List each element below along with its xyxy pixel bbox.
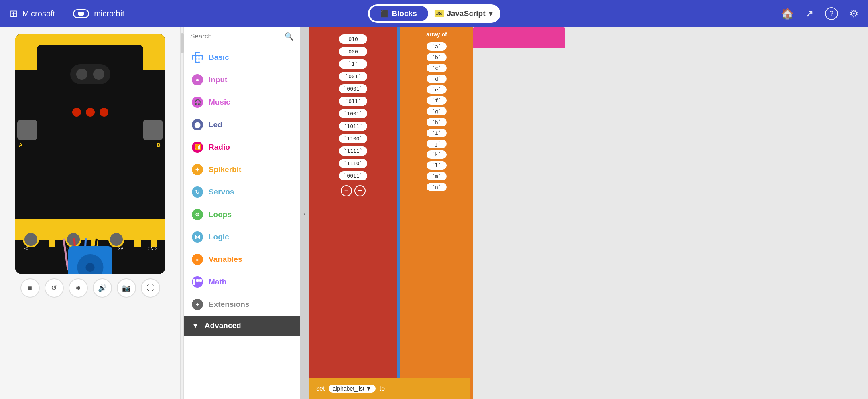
dropdown-icon: ▾ xyxy=(489,9,492,18)
binary-block-3: `001` xyxy=(339,72,367,81)
help-icon[interactable]: ? xyxy=(825,7,838,20)
logic-icon: ⋈ xyxy=(192,231,203,243)
basic-icon xyxy=(192,52,203,63)
array-item-h: `h` xyxy=(427,118,447,126)
array-item-a: `a` xyxy=(427,42,447,51)
led-face xyxy=(70,64,110,84)
simulator-panel: A B ~0 0 1 xyxy=(0,27,181,399)
block-item-loops[interactable]: ↺ Loops xyxy=(184,203,300,226)
connector-bar xyxy=(15,219,165,240)
array-item-c: `c` xyxy=(427,64,447,72)
binary-block-1: 000 xyxy=(339,47,367,56)
binary-block-7: `1011` xyxy=(339,122,367,131)
binary-block-4: `0001` xyxy=(339,84,367,93)
share-icon[interactable]: ↗ xyxy=(805,8,814,20)
blocks-tab[interactable]: ⬛ Blocks xyxy=(369,6,428,21)
alphabet-list-var[interactable]: alphabet_list ▼ xyxy=(329,385,375,393)
cables-area xyxy=(47,238,133,274)
block-item-basic[interactable]: Basic xyxy=(184,46,300,69)
spikerbit-label: Spikerbit xyxy=(209,165,241,174)
pin-0[interactable] xyxy=(23,231,39,247)
blocks-icon: ⬛ xyxy=(380,10,388,18)
input-label: Input xyxy=(209,75,227,84)
array-item-k: `k` xyxy=(427,150,447,159)
header-divider xyxy=(64,7,64,20)
block-item-led[interactable]: ⬤ Led xyxy=(184,113,300,136)
microsoft-label: Microsoft xyxy=(22,9,55,18)
main-layout: A B ~0 0 1 xyxy=(0,27,868,399)
block-panel: 🔍 Basic ● Input 🎧 xyxy=(184,27,300,399)
button-b[interactable] xyxy=(143,120,163,140)
restart-button[interactable]: ↺ xyxy=(45,278,64,298)
blocks-label: Blocks xyxy=(392,9,417,18)
button-a[interactable] xyxy=(17,120,37,140)
led-label: Led xyxy=(209,120,222,129)
mode-switcher: ⬛ Blocks JS JavaScript ▾ xyxy=(368,4,500,23)
screenshot-button[interactable]: 📷 xyxy=(117,278,136,298)
led-icon: ⬤ xyxy=(192,119,203,130)
array-label: array of xyxy=(405,31,469,38)
pin-label-gnd: GND xyxy=(148,247,157,251)
header-left: ⊞ Microsoft micro:bit xyxy=(10,7,124,20)
collapse-handle[interactable]: ‹ xyxy=(300,27,309,399)
block-item-math[interactable]: Math xyxy=(184,271,300,293)
minus-button[interactable]: − xyxy=(341,185,352,196)
javascript-tab[interactable]: JS JavaScript ▾ xyxy=(428,6,499,21)
math-icon xyxy=(192,276,203,288)
radio-icon: 📶 xyxy=(192,142,203,153)
advanced-label: Advanced xyxy=(205,321,241,330)
math-label: Math xyxy=(209,277,226,286)
music-label: Music xyxy=(209,98,230,107)
stop-button[interactable]: ■ xyxy=(20,278,40,298)
blue-separator xyxy=(397,27,400,399)
variables-label: Variables xyxy=(209,255,242,264)
block-item-music[interactable]: 🎧 Music xyxy=(184,91,300,113)
search-icon: 🔍 xyxy=(285,32,293,41)
block-item-radio[interactable]: 📶 Radio xyxy=(184,136,300,158)
array-items-list: `a` `b` `c` `d` `e` `f` `g` `h` `i` `j` … xyxy=(405,41,469,192)
sound-button[interactable]: 🔊 xyxy=(93,278,112,298)
binary-block-2: `1` xyxy=(339,59,367,69)
servos-icon: ↻ xyxy=(192,186,203,198)
debug-button[interactable]: ✱ xyxy=(69,278,88,298)
plus-minus-controls: − + xyxy=(313,185,393,196)
block-item-variables[interactable]: ≡ Variables xyxy=(184,248,300,271)
panel-scroll-bar[interactable] xyxy=(181,27,184,399)
array-item-j: `j` xyxy=(427,140,447,148)
pin-small-3v xyxy=(134,238,141,247)
loops-label: Loops xyxy=(209,210,232,219)
pink-block xyxy=(473,27,565,48)
input-icon: ● xyxy=(192,74,203,85)
simulator-toolbar: ■ ↺ ✱ 🔊 📷 ⛶ xyxy=(20,278,160,298)
led-dots-row xyxy=(72,108,108,117)
block-item-advanced[interactable]: ▼ Advanced xyxy=(184,316,300,336)
radio-label: Radio xyxy=(209,143,230,152)
settings-icon[interactable]: ⚙ xyxy=(849,8,858,20)
home-icon[interactable]: 🏠 xyxy=(781,8,794,20)
block-item-input[interactable]: ● Input xyxy=(184,69,300,91)
block-item-logic[interactable]: ⋈ Logic xyxy=(184,226,300,248)
fullscreen-button[interactable]: ⛶ xyxy=(141,278,160,298)
array-item-l: `l` xyxy=(427,161,447,170)
binary-block-5: `011` xyxy=(339,97,367,106)
binary-block-0: 010 xyxy=(339,34,367,44)
led-dot-3 xyxy=(100,108,108,117)
block-item-servos[interactable]: ↻ Servos xyxy=(184,181,300,203)
search-input[interactable] xyxy=(190,32,281,41)
grid-icon xyxy=(193,53,202,62)
binary-blocks-list: 010 000 `1` `001` `0001` `011` `1001` `1… xyxy=(313,31,393,182)
math-grid-icon xyxy=(193,279,202,285)
block-panel-wrapper: 🔍 Basic ● Input 🎧 xyxy=(181,27,309,399)
block-item-spikerbit[interactable]: ✦ Spikerbit xyxy=(184,158,300,181)
pin-label-0: ~0 xyxy=(24,247,28,251)
windows-icon: ⊞ xyxy=(10,8,18,19)
plus-button[interactable]: + xyxy=(354,185,366,196)
binary-block-10: `1110` xyxy=(339,159,367,168)
array-item-g: `g` xyxy=(427,107,447,115)
microbit-device: A B ~0 0 1 xyxy=(15,34,165,274)
loops-icon: ↺ xyxy=(192,209,203,220)
array-item-f: `f` xyxy=(427,96,447,105)
block-item-extensions[interactable]: + Extensions xyxy=(184,293,300,316)
array-item-b: `b` xyxy=(427,53,447,61)
extensions-label: Extensions xyxy=(209,300,249,309)
